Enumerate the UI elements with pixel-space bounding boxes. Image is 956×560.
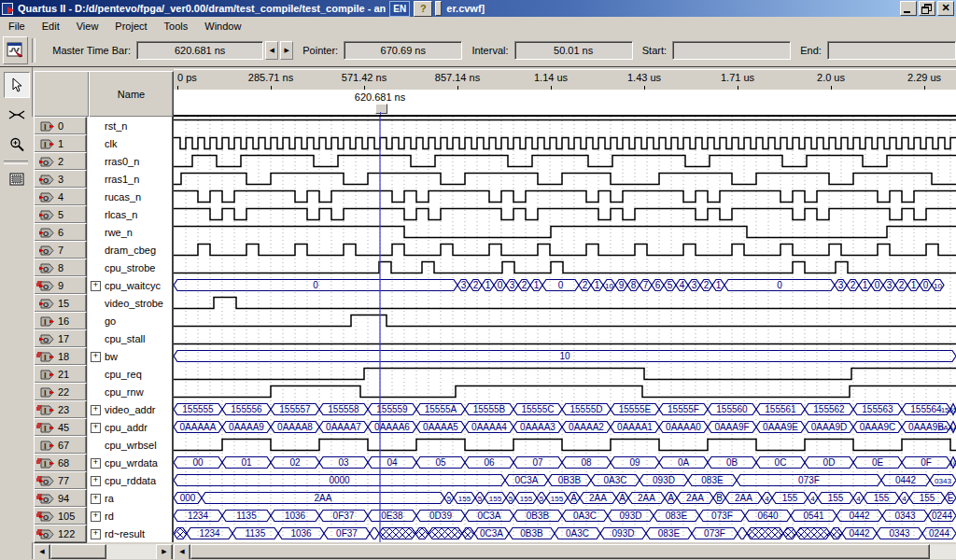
start-field[interactable]	[672, 41, 791, 60]
signal-row-button-go[interactable]: I16	[34, 312, 87, 330]
full-screen-button[interactable]	[4, 166, 30, 192]
signal-index: 105	[58, 511, 75, 522]
menu-file[interactable]: File	[0, 19, 34, 34]
signal-row-button-bw[interactable]: I18	[34, 347, 87, 366]
signal-name-cell-rd[interactable]: +rd	[88, 507, 172, 525]
signal-name-cell-cpu_stall[interactable]: cpu_stall	[88, 329, 172, 347]
waveform-canvas[interactable]: 0321032102110987654321032103210101015555…	[174, 117, 956, 542]
minimize-button[interactable]	[900, 1, 917, 16]
time-ruler[interactable]: 0 ps285.71 ns571.42 ns857.14 ns1.14 us1.…	[174, 69, 956, 91]
expand-plus-icon[interactable]: +	[91, 511, 101, 522]
wave-scroll-thumb[interactable]	[190, 544, 930, 559]
expand-plus-icon[interactable]: +	[91, 405, 101, 415]
expand-plus-icon[interactable]: +	[91, 529, 101, 539]
name-scroll-left-button[interactable]: ◀	[34, 544, 50, 560]
signal-row-button-cpu_req[interactable]: I21	[34, 365, 87, 384]
master-time-bar-handle[interactable]	[375, 104, 387, 114]
master-time-bar-strip[interactable]: 620.681 ns	[174, 90, 956, 117]
wave-scroll-track[interactable]	[930, 544, 956, 559]
expand-plus-icon[interactable]: +	[91, 494, 101, 504]
signal-name-label: clk	[105, 138, 117, 149]
signal-name-cell-cpu_wrdata[interactable]: +cpu_wrdata	[88, 454, 172, 471]
signal-name-cell-cpu_rnw[interactable]: cpu_rnw	[88, 383, 172, 400]
signal-row-button-cpu_waitcyc[interactable]: O9	[34, 276, 87, 295]
signal-name-cell-rras1_n[interactable]: rras1_n	[88, 170, 172, 188]
svg-text:I: I	[44, 352, 47, 361]
signal-name-cell-rras0_n[interactable]: rras0_n	[88, 152, 172, 170]
menu-project[interactable]: Project	[106, 19, 155, 34]
signal-name-cell-cpu_wrbsel[interactable]: cpu_wrbsel	[88, 436, 172, 454]
signal-row-button-video_addr[interactable]: I23	[34, 400, 87, 419]
id-column-header[interactable]	[34, 71, 90, 118]
signal-name-cell-bw[interactable]: +bw	[88, 347, 172, 365]
signal-row-button-cpu_strobe[interactable]: O8	[34, 259, 87, 277]
signal-name-cell-cpu_rddata[interactable]: +cpu_rddata	[88, 471, 172, 489]
signal-name-cell-ra[interactable]: +ra	[88, 489, 172, 507]
signal-row-button-clk[interactable]: I1	[34, 134, 87, 153]
signal-row-button-cpu_addr[interactable]: I45	[34, 418, 87, 437]
signal-name-cell-go[interactable]: go	[88, 312, 172, 329]
waveform-plot[interactable]: 0321032102110987654321032103210101015555…	[174, 117, 956, 542]
signal-row-button-rucas_n[interactable]: O4	[34, 188, 87, 206]
signal-row-button-dram_cbeg[interactable]: O7	[34, 241, 87, 259]
name-column-header[interactable]: Name	[89, 71, 174, 118]
signal-name-cell-cpu_addr[interactable]: +cpu_addr	[88, 418, 172, 436]
signal-row-button-rras0_n[interactable]: O2	[34, 152, 87, 171]
time-bar-right-arrow[interactable]: ▶	[280, 41, 293, 60]
signal-name-cell-cpu_req[interactable]: cpu_req	[88, 365, 172, 383]
signal-name-cell-clk[interactable]: clk	[88, 134, 172, 152]
signal-name-cell-cpu_waitcyc[interactable]: +cpu_waitcyc	[88, 276, 172, 294]
signal-row-button-cpu_wrbsel[interactable]: I67	[34, 436, 87, 455]
name-scroll-right-button[interactable]: ▶	[156, 544, 173, 560]
wave-scroll-left-button[interactable]: ◀	[174, 544, 190, 560]
signal-row-button-rwe_n[interactable]: O6	[34, 223, 87, 242]
name-scroll-track[interactable]	[106, 544, 156, 559]
expand-plus-icon[interactable]: +	[91, 281, 101, 291]
signal-row-button-cpu_stall[interactable]: O17	[34, 329, 87, 348]
signal-name-cell-rlcas_n[interactable]: rlcas_n	[88, 205, 172, 223]
signal-name-cell-dram_cbeg[interactable]: dram_cbeg	[88, 241, 172, 259]
svg-text:O: O	[43, 512, 49, 521]
menu-view[interactable]: View	[68, 19, 107, 34]
signal-row-button-cpu_wrdata[interactable]: I68	[34, 454, 87, 472]
expand-plus-icon[interactable]: +	[91, 423, 101, 433]
menu-window[interactable]: Window	[196, 19, 249, 34]
signal-name-cell-cpu_strobe[interactable]: cpu_strobe	[88, 259, 172, 276]
time-bar-left-arrow[interactable]: ◀	[265, 41, 278, 60]
language-indicator[interactable]: EN	[389, 1, 410, 17]
signal-row-button-rd~result[interactable]: O122	[34, 525, 87, 543]
waveform-edit-tool-button[interactable]	[4, 102, 30, 128]
expand-plus-icon[interactable]: +	[91, 352, 101, 362]
signal-name-cell-rucas_n[interactable]: rucas_n	[88, 188, 172, 205]
expand-plus-icon[interactable]: +	[91, 476, 101, 486]
toolbar-grip-icon[interactable]	[435, 1, 442, 16]
signal-row-button-rlcas_n[interactable]: O5	[34, 205, 87, 224]
signal-name-cell-rwe_n[interactable]: rwe_n	[88, 223, 172, 241]
restore-button[interactable]	[919, 1, 935, 16]
expand-plus-icon[interactable]: +	[91, 458, 101, 469]
signal-row-button-ra[interactable]: O94	[34, 489, 87, 508]
input-group-pin-icon: I	[35, 404, 56, 416]
signal-name-cell-video_addr[interactable]: +video_addr	[88, 400, 172, 418]
close-button[interactable]: ✕	[937, 1, 954, 16]
end-field[interactable]	[827, 41, 956, 60]
master-time-bar-marker-label: 620.681 ns	[355, 91, 405, 103]
svg-text:1234: 1234	[188, 511, 209, 521]
selection-tool-button[interactable]	[4, 72, 30, 98]
help-icon[interactable]: ?	[414, 1, 432, 17]
signal-row-button-rd[interactable]: O105	[34, 507, 87, 525]
signal-name-cell-rst_n[interactable]: rst_n	[88, 117, 172, 134]
signal-row-button-rras1_n[interactable]: O3	[34, 170, 87, 189]
menu-tools[interactable]: Tools	[156, 19, 197, 34]
signal-row-button-rst_n[interactable]: I0	[34, 117, 87, 135]
signal-row-button-video_strobe[interactable]: O15	[34, 294, 87, 313]
signal-row-button-cpu_rddata[interactable]: O77	[34, 471, 87, 490]
menu-edit[interactable]: Edit	[34, 19, 68, 34]
signal-name-cell-video_strobe[interactable]: video_strobe	[88, 294, 172, 312]
master-time-bar-field[interactable]: 620.681 ns	[136, 41, 263, 60]
signal-name-cell-rd~result[interactable]: +rd~result	[88, 525, 172, 542]
signal-row-button-cpu_rnw[interactable]: I22	[34, 383, 87, 401]
waveform-file-icon[interactable]	[3, 36, 28, 64]
name-scroll-thumb[interactable]	[50, 544, 106, 559]
zoom-tool-button[interactable]	[4, 132, 30, 158]
